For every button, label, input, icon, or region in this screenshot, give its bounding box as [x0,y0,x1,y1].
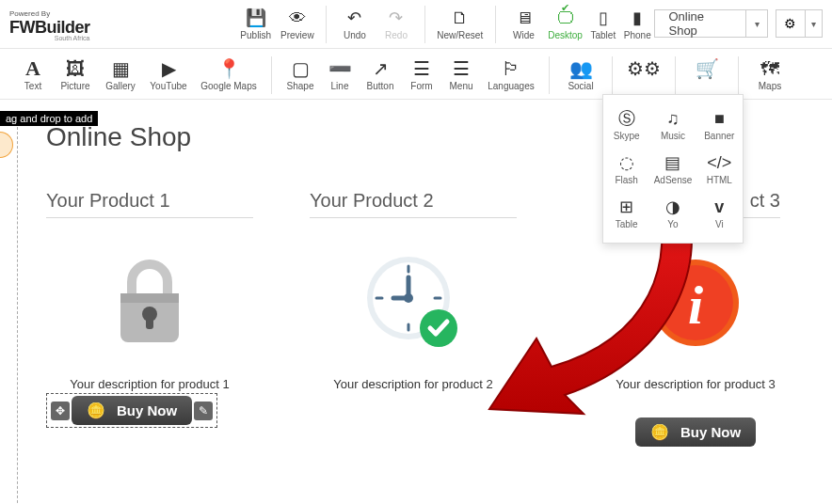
banner-icon: ■ [714,108,725,129]
move-handle-icon[interactable]: ✥ [51,402,70,420]
eye-icon: 👁 [289,8,306,28]
undo-button[interactable]: ↶ Undo [334,6,376,40]
selected-element[interactable]: ✥ 🪙 Buy Now ✎ [46,393,217,428]
gears-icon: ⚙⚙ [627,58,661,79]
product-1-desc[interactable]: Your description for product 1 [46,376,253,393]
picture-icon: 🖼 [66,58,85,79]
languages-icon: 🏳 [502,58,520,79]
languages-tool[interactable]: 🏳Languages [481,56,541,91]
cart-icon: 🛒 [696,58,719,79]
settings-button[interactable]: ⚙ ▾ [776,9,823,38]
social-tool[interactable]: 👥Social [557,56,604,91]
elements-toolbar: AText 🖼Picture ▦Gallery ▶YouTube 📍Google… [0,49,832,100]
square-icon: ▢ [292,58,310,79]
music-tool[interactable]: ♫Music [649,102,696,147]
line-tool[interactable]: ➖Line [321,56,359,91]
text-icon: A [25,58,40,79]
youtube-tool[interactable]: ▶YouTube [143,56,194,91]
buy-now-button-1[interactable]: 🪙 Buy Now [72,396,192,425]
chevron-down-icon: ▾ [805,10,822,37]
picture-tool[interactable]: 🖼Picture [53,56,98,91]
skype-tool[interactable]: ⓈSkype [603,102,649,147]
phone-button[interactable]: ▮ Phone [620,6,654,40]
youtube-icon: ▶ [162,58,176,79]
youtube-more-tool[interactable]: ◑Yo [649,191,696,235]
clock-check-icon [361,251,465,354]
table-tool[interactable]: ⊞Table [603,191,649,235]
svg-rect-3 [146,314,153,329]
logo-sub: South Africa [9,35,90,41]
more-elements-dropdown: ⓈSkype ♫Music ■Banner ◌Flash ▤AdSense </… [602,94,744,244]
social-icon: 👥 [569,58,593,79]
logo-powered: Powered By [9,9,90,18]
edit-handle-icon[interactable]: ✎ [194,402,213,420]
new-reset-button[interactable]: 🗋 New/Reset [433,6,488,40]
svg-rect-1 [120,293,179,303]
form-tool[interactable]: ☰Form [402,56,441,91]
gallery-tool[interactable]: ▦Gallery [98,56,143,91]
maps-tool[interactable]: 🗺Maps [746,56,793,91]
line-icon: ➖ [328,58,352,79]
youtube-icon: ◑ [665,197,680,217]
button-icon: ↗ [373,58,389,79]
adsense-icon: ▤ [664,152,680,173]
table-icon: ⊞ [619,197,633,217]
code-icon: </> [707,152,731,173]
chevron-down-icon: ▾ [745,10,767,37]
product-1[interactable]: Your Product 1 Your description for prod… [46,190,253,447]
wide-button[interactable]: 🖥 Wide [503,6,544,40]
flash-tool[interactable]: ◌Flash [603,147,649,191]
skype-icon: Ⓢ [618,108,635,129]
grid-icon: ▦ [112,58,130,79]
menu-tool[interactable]: ☰Menu [441,56,481,91]
adsense-tool[interactable]: ▤AdSense [649,147,696,191]
tablet-icon: ▯ [599,8,608,28]
check-icon: ✔ [561,2,569,14]
shape-tool[interactable]: ▢Shape [280,56,321,91]
coins-icon: 🪙 [87,402,105,419]
redo-icon: ↷ [389,8,403,28]
html-tool[interactable]: </>HTML [696,147,743,191]
logo: Powered By FWBuilder South Africa [9,6,90,41]
redo-button[interactable]: ↷ Redo [376,6,417,40]
form-icon: ☰ [413,58,430,79]
undo-icon: ↶ [347,8,361,28]
phone-icon: ▮ [632,8,642,28]
publish-button[interactable]: 💾 Publish [235,6,277,40]
gear-icon: ⚙ [776,16,805,31]
music-icon: ♫ [666,108,680,129]
googlemaps-tool[interactable]: 📍Google Maps [194,56,264,91]
preview-button[interactable]: 👁 Preview [277,6,318,40]
pin-icon: 📍 [217,58,241,79]
lock-icon [107,256,192,350]
more-gears-tool[interactable]: ⚙⚙ [620,56,667,91]
button-tool[interactable]: ↗Button [359,56,402,91]
monitor-wide-icon: 🖥 [516,8,533,28]
banner-tool[interactable]: ■Banner [696,102,743,147]
tablet-button[interactable]: ▯ Tablet [586,6,620,40]
product-1-title[interactable]: Your Product 1 [46,190,253,218]
flash-icon: ◌ [619,152,634,173]
product-1-image[interactable] [46,246,253,359]
map-icon: 🗺 [760,58,779,79]
save-icon: 💾 [246,8,266,28]
file-icon: 🗋 [452,8,469,28]
text-tool[interactable]: AText [13,56,53,91]
vimeo-icon: v [714,197,724,217]
main-toolbar: Powered By FWBuilder South Africa 💾 Publ… [0,0,832,49]
menu-icon: ☰ [453,58,470,79]
cart-tool[interactable]: 🛒 [683,56,730,91]
desktop-button[interactable]: ✔ 🖵 Desktop [545,6,586,40]
template-select[interactable]: Online Shop ▾ [654,9,767,38]
drag-hint: ag and drop to add [0,111,98,126]
template-label: Online Shop [655,9,745,38]
vimeo-tool[interactable]: vVi [696,191,743,235]
